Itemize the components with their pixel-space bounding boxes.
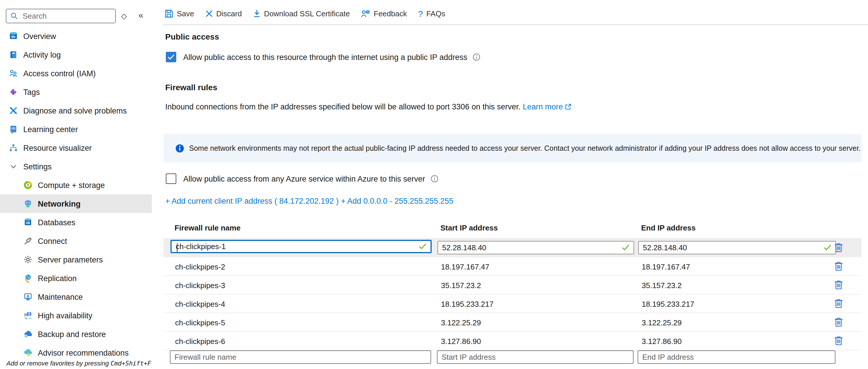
svg-text:101: 101	[11, 127, 15, 130]
feedback-label: Feedback	[374, 9, 407, 18]
sidebar-item-label: Server parameters	[38, 255, 103, 264]
download-ssl-certificate-button[interactable]: Download SSL Certificate	[253, 9, 350, 18]
sidebar-item-tags[interactable]: Tags	[0, 83, 152, 101]
question-mark-icon: ?	[418, 8, 423, 18]
sidebar-item-label: Advisor recommendations	[38, 348, 129, 357]
firewall-rule-row: ch-clickpipes-6 3.127.86.90 3.127.86.90	[163, 332, 862, 350]
rule-name-field[interactable]	[170, 240, 432, 253]
faqs-button[interactable]: ? FAQs	[418, 8, 445, 18]
end-ip-cell: 3.122.25.29	[642, 318, 682, 327]
sidebar: ◇ « My Overview Activity log Access cont…	[0, 0, 152, 369]
sidebar-item-learning-center[interactable]: 101 Learning center	[0, 120, 152, 139]
new-start-ip-input[interactable]	[437, 352, 633, 362]
sidebar-item-compute-storage[interactable]: $ Compute + storage	[0, 176, 152, 194]
rule-name-input[interactable]	[172, 242, 419, 251]
new-end-ip-field[interactable]	[638, 350, 835, 364]
sidebar-item-label: Networking	[38, 199, 81, 208]
crossed-tools-icon	[8, 105, 18, 116]
sidebar-item-maintenance[interactable]: Maintenance	[0, 287, 152, 306]
start-ip-input[interactable]	[438, 243, 622, 253]
cloud-restore-icon	[23, 329, 33, 339]
save-button[interactable]: Save	[165, 9, 194, 18]
sidebar-item-advisor-recommendations[interactable]: Advisor recommendations	[0, 343, 152, 362]
compute-storage-donut-icon: $	[23, 180, 33, 190]
delete-rule-button[interactable]	[834, 317, 843, 327]
info-icon[interactable]	[430, 175, 438, 183]
delete-rule-button[interactable]	[834, 336, 843, 346]
feedback-button[interactable]: Feedback	[361, 9, 407, 18]
delete-rule-button[interactable]	[834, 261, 843, 271]
info-banner-icon	[175, 144, 184, 153]
sidebar-item-access-control-iam[interactable]: Access control (IAM)	[0, 64, 152, 83]
sidebar-item-label: Backup and restore	[38, 330, 106, 338]
sidebar-item-label: Activity log	[23, 50, 61, 59]
valid-check-icon	[419, 243, 427, 250]
rule-name-cell: ch-clickpipes-4	[175, 300, 225, 308]
download-icon	[253, 9, 260, 18]
learning-book-icon: 101	[8, 124, 18, 134]
sidebar-item-resource-visualizer[interactable]: Resource visualizer	[0, 139, 152, 157]
sidebar-item-connect[interactable]: Connect	[0, 232, 152, 250]
search-input[interactable]	[22, 11, 105, 21]
sidebar-item-activity-log[interactable]: Activity log	[0, 45, 152, 64]
info-banner: Some network environments may not report…	[163, 134, 862, 162]
discard-button[interactable]: Discard	[205, 9, 242, 18]
sidebar-item-databases[interactable]: DB Databases	[0, 213, 152, 232]
start-ip-cell: 35.157.23.2	[441, 281, 481, 290]
column-header-rule-name: Firewall rule name	[175, 223, 241, 232]
command-bar: Save Discard Download SSL Certificate Fe…	[163, 0, 868, 25]
add-client-ip-link[interactable]: + Add current client IP address ( 84.172…	[165, 197, 339, 206]
sidebar-item-backup-restore[interactable]: Backup and restore	[0, 325, 152, 343]
delete-rule-button[interactable]	[834, 280, 843, 290]
rule-name-cell: ch-clickpipes-2	[175, 263, 225, 271]
new-end-ip-input[interactable]	[638, 352, 835, 362]
sidebar-item-overview[interactable]: My Overview	[0, 27, 152, 45]
firewall-rule-edit-row	[163, 238, 862, 257]
sidebar-item-replication[interactable]: Replication	[0, 269, 152, 287]
valid-check-icon	[824, 244, 831, 251]
networking-pane: Public access Allow public access to thi…	[163, 25, 868, 369]
sidebar-item-networking[interactable]: Networking	[0, 194, 152, 213]
favorites-shortcut: Cmd+Shift+F	[111, 360, 151, 367]
search-box[interactable]	[6, 9, 116, 23]
sidebar-item-label: Databases	[38, 218, 75, 227]
sidebar-item-label: Resource visualizer	[23, 144, 92, 152]
database-icon: DB	[23, 217, 33, 227]
end-ip-cell: 18.197.167.47	[642, 263, 690, 271]
sidebar-item-high-availability[interactable]: High availability	[0, 306, 152, 325]
public-access-heading: Public access	[165, 32, 219, 41]
end-ip-input[interactable]	[639, 243, 824, 253]
dock-icon[interactable]: ◇	[121, 12, 127, 20]
search-icon	[10, 12, 18, 20]
delete-rule-button[interactable]	[834, 243, 843, 253]
svg-text:My: My	[11, 35, 16, 38]
sidebar-item-label: Maintenance	[38, 293, 83, 301]
trash-icon	[834, 317, 843, 327]
end-ip-field[interactable]	[638, 241, 836, 254]
firewall-rule-row: ch-clickpipes-4 18.195.233.217 18.195.23…	[163, 295, 862, 313]
cloud-medal-icon	[23, 348, 33, 358]
sidebar-item-server-parameters[interactable]: Server parameters	[0, 250, 152, 269]
public-access-checkbox[interactable]	[166, 52, 176, 62]
azure-services-checkbox-label: Allow public access from any Azure servi…	[183, 174, 425, 183]
favorites-note-text: Add or remove favorites by pressing	[6, 360, 111, 367]
delete-rule-button[interactable]	[834, 299, 843, 308]
sidebar-item-settings-group[interactable]: Settings	[0, 157, 152, 176]
info-icon[interactable]	[473, 53, 481, 61]
start-ip-field[interactable]	[437, 241, 634, 254]
new-start-ip-field[interactable]	[437, 350, 633, 364]
learn-more-link[interactable]: Learn more	[523, 102, 563, 111]
sidebar-item-diagnose[interactable]: Diagnose and solve problems	[0, 101, 152, 120]
new-rule-name-field[interactable]	[170, 350, 431, 364]
public-access-checkbox-label: Allow public access to this resource thr…	[183, 53, 467, 61]
add-all-ips-link[interactable]: + Add 0.0.0.0 - 255.255.255.255	[341, 197, 454, 206]
collapse-sidebar-icon[interactable]: «	[138, 11, 144, 19]
new-rule-name-input[interactable]	[170, 352, 431, 362]
azure-services-checkbox[interactable]	[166, 174, 176, 184]
rule-name-cell: ch-clickpipes-5	[175, 318, 225, 327]
valid-check-icon	[622, 244, 629, 251]
svg-text:$: $	[27, 183, 29, 187]
new-rule-row	[163, 350, 861, 365]
start-ip-cell: 18.195.233.217	[441, 300, 494, 308]
sidebar-item-label: High availability	[38, 311, 93, 320]
